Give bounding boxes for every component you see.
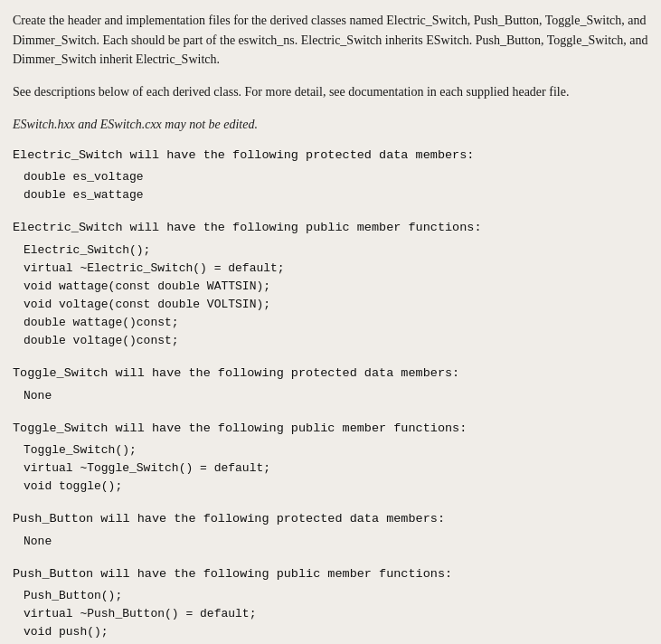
code-line: double voltage()const;: [24, 332, 648, 350]
code-line: None: [24, 387, 648, 405]
toggle-switch-functions-section: Toggle_Switch will have the following pu…: [13, 420, 648, 497]
code-line: double es_voltage: [24, 168, 648, 186]
code-line: Electric_Switch();: [24, 242, 648, 260]
push-button-data-header: Push_Button will have the following prot…: [13, 510, 648, 528]
code-line: None: [24, 533, 648, 551]
code-line: void voltage(const double VOLTSIN);: [24, 296, 648, 314]
intro-paragraph-1: Create the header and implementation fil…: [13, 11, 648, 70]
code-line: double wattage()const;: [24, 314, 648, 332]
push-button-functions-code: Push_Button(); virtual ~Push_Button() = …: [13, 587, 648, 644]
toggle-switch-data-code: None: [13, 387, 648, 405]
code-line: virtual ~Electric_Switch() = default;: [24, 260, 648, 278]
push-button-data-code: None: [13, 533, 648, 551]
electric-switch-data-code: double es_voltage double es_wattage: [13, 168, 648, 204]
code-line: Push_Button();: [24, 587, 648, 605]
toggle-switch-data-header: Toggle_Switch will have the following pr…: [13, 365, 648, 383]
toggle-switch-functions-code: Toggle_Switch(); virtual ~Toggle_Switch(…: [13, 441, 648, 496]
code-line: void toggle();: [24, 478, 648, 496]
push-button-functions-header: Push_Button will have the following publ…: [13, 565, 648, 583]
code-line: double es_wattage: [24, 186, 648, 204]
electric-switch-data-header: Electric_Switch will have the following …: [13, 147, 648, 165]
electric-switch-functions-header: Electric_Switch will have the following …: [13, 219, 648, 237]
code-line: virtual ~Push_Button() = default;: [24, 605, 648, 623]
code-line: void wattage(const double WATTSIN);: [24, 278, 648, 296]
toggle-switch-data-section: Toggle_Switch will have the following pr…: [13, 365, 648, 404]
electric-switch-data-section: Electric_Switch will have the following …: [13, 147, 648, 205]
push-button-data-section: Push_Button will have the following prot…: [13, 510, 648, 550]
see-descriptions-paragraph: See descriptions below of each derived c…: [13, 82, 648, 102]
code-line: void push();: [24, 623, 648, 641]
main-content: Create the header and implementation fil…: [13, 11, 648, 644]
electric-switch-functions-section: Electric_Switch will have the following …: [13, 219, 648, 350]
push-button-functions-section: Push_Button will have the following publ…: [13, 565, 648, 644]
code-line: Toggle_Switch();: [24, 441, 648, 459]
electric-switch-functions-code: Electric_Switch(); virtual ~Electric_Swi…: [13, 242, 648, 351]
code-line: virtual ~Toggle_Switch() = default;: [24, 459, 648, 478]
toggle-switch-functions-header: Toggle_Switch will have the following pu…: [13, 420, 648, 438]
eswitch-note: ESwitch.hxx and ESwitch.cxx may not be e…: [13, 115, 648, 134]
